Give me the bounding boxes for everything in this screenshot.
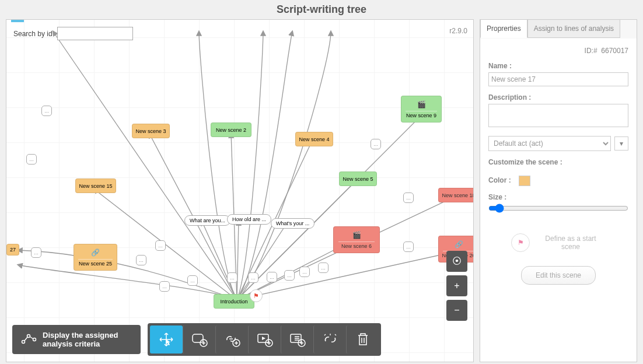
stub-node[interactable]: ... <box>136 255 146 265</box>
zoom-out-button[interactable]: − <box>446 300 467 321</box>
id-value: 6670017 <box>601 47 628 55</box>
recenter-button[interactable]: ⦿ <box>446 251 467 272</box>
id-label: ID:# <box>585 47 597 55</box>
name-input[interactable] <box>488 72 628 86</box>
tab-properties[interactable]: Proprerties <box>480 19 527 38</box>
node-scene-18[interactable]: New scene 18 <box>438 188 474 202</box>
graph-icon <box>20 331 37 348</box>
tool-add-list[interactable] <box>281 326 313 354</box>
toolbar <box>148 323 381 356</box>
node-scene-9[interactable]: 🎬New scene 9 <box>401 96 442 123</box>
edit-scene-button[interactable]: Edit this scene <box>521 266 596 285</box>
canvas-tab[interactable] <box>11 19 24 22</box>
svg-point-2 <box>33 338 36 341</box>
svg-rect-3 <box>193 334 203 342</box>
link-icon: 🔗 <box>91 249 100 257</box>
size-slider[interactable] <box>488 204 628 213</box>
tool-add-media[interactable] <box>248 326 281 354</box>
customize-label: Customize the scene : <box>488 158 628 166</box>
svg-point-1 <box>27 334 30 337</box>
stub-node[interactable]: ... <box>403 242 414 252</box>
svg-point-0 <box>22 340 25 343</box>
tab-assign-lines[interactable]: Assign to lines of analysis <box>527 19 620 38</box>
zoom-in-button[interactable]: + <box>446 275 467 296</box>
version-label: r2.9.0 <box>449 27 467 35</box>
tool-unlink[interactable] <box>313 326 346 354</box>
color-swatch[interactable] <box>519 176 530 186</box>
node-scene-2[interactable]: New scene 2 <box>211 123 251 137</box>
scene-icon: 🎬 <box>352 231 361 239</box>
stub-node[interactable]: ... <box>41 106 52 116</box>
stub-node[interactable]: ... <box>155 240 166 251</box>
choice-bubble[interactable]: What are you... <box>184 215 230 226</box>
define-start-button[interactable]: ⚑ <box>511 233 530 252</box>
target-icon: ⦿ <box>452 256 462 267</box>
node-scene-5[interactable]: New scene 5 <box>339 172 377 186</box>
scene-icon: 🎬 <box>417 100 426 108</box>
stub-node[interactable]: ... <box>267 272 277 282</box>
description-label: Description : <box>488 93 628 102</box>
link-icon: 🔗 <box>455 240 463 249</box>
act-dropdown-button[interactable]: ▾ <box>614 136 628 150</box>
node-scene-4[interactable]: New scene 4 <box>295 132 333 146</box>
stub-node[interactable]: ... <box>26 154 37 164</box>
define-start-label: Define as a start scene <box>536 235 606 251</box>
node-scene-27[interactable]: 27 <box>6 244 19 256</box>
page-title: Script-writing tree <box>0 0 643 19</box>
node-scene-6[interactable]: 🎬New scene 6 <box>333 226 380 253</box>
choice-bubble[interactable]: What's your ... <box>271 218 314 229</box>
stub-node[interactable]: ... <box>318 262 329 273</box>
tool-move[interactable] <box>150 326 183 354</box>
stub-node[interactable]: ... <box>248 272 258 283</box>
canvas[interactable]: Search by id r2.9.0 Introduction ⚑ New s… <box>6 19 474 362</box>
display-assigned-criteria-button[interactable]: Display the assignedanalysis criteria <box>12 325 141 354</box>
name-label: Name : <box>488 62 628 70</box>
stub-node[interactable]: ... <box>187 275 198 286</box>
stub-node[interactable]: ... <box>227 272 237 283</box>
stub-node[interactable]: ... <box>31 247 41 258</box>
stub-node[interactable]: ... <box>299 267 310 277</box>
description-input[interactable] <box>488 104 628 127</box>
size-label: Size : <box>488 193 628 201</box>
tool-add-link[interactable] <box>215 326 248 354</box>
side-panel: Proprerties Assign to lines of analysis … <box>480 19 637 362</box>
tool-delete[interactable] <box>346 326 379 354</box>
search-input[interactable] <box>57 27 133 40</box>
choice-bubble[interactable]: How old are ... <box>227 214 271 225</box>
search-label: Search by id <box>13 30 53 38</box>
node-scene-15[interactable]: New scene 15 <box>75 178 116 193</box>
node-scene-25[interactable]: 🔗New scene 25 <box>74 244 117 271</box>
minus-icon: − <box>454 305 459 316</box>
stub-node[interactable]: ... <box>371 139 381 149</box>
tool-add-node[interactable] <box>183 326 215 354</box>
flag-icon: ⚑ <box>518 239 524 247</box>
plus-icon: + <box>454 281 459 291</box>
stub-node[interactable]: ... <box>284 270 295 281</box>
flag-icon: ⚑ <box>250 289 263 302</box>
act-select[interactable]: Default act (act) <box>488 136 611 151</box>
color-label: Color : <box>488 176 511 184</box>
stub-node[interactable]: ... <box>159 281 170 292</box>
chevron-down-icon: ▾ <box>620 139 623 148</box>
stub-node[interactable]: ... <box>403 192 414 203</box>
node-scene-3[interactable]: New scene 3 <box>132 124 170 138</box>
node-introduction[interactable]: Introduction <box>214 294 254 309</box>
